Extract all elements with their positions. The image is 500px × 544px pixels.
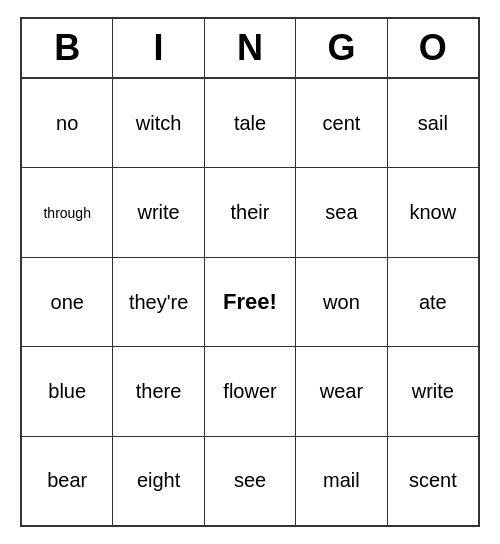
bingo-cell-r2-c1: they're — [113, 258, 204, 346]
bingo-cell-r3-c0: blue — [22, 347, 113, 435]
bingo-cell-r2-c3: won — [296, 258, 387, 346]
bingo-row: throughwritetheirseaknow — [22, 168, 478, 257]
bingo-cell-r4-c3: mail — [296, 437, 387, 525]
bingo-cell-r2-c0: one — [22, 258, 113, 346]
bingo-card: BINGO nowitchtalecentsailthroughwritethe… — [20, 17, 480, 527]
bingo-row: onethey'reFree!wonate — [22, 258, 478, 347]
header-letter: N — [205, 19, 296, 77]
bingo-cell-r1-c4: know — [388, 168, 478, 256]
bingo-cell-r3-c2: flower — [205, 347, 296, 435]
bingo-cell-r0-c3: cent — [296, 79, 387, 167]
bingo-cell-r3-c1: there — [113, 347, 204, 435]
header-letter: G — [296, 19, 387, 77]
bingo-cell-r1-c0: through — [22, 168, 113, 256]
header-letter: I — [113, 19, 204, 77]
bingo-cell-r4-c2: see — [205, 437, 296, 525]
bingo-cell-r0-c1: witch — [113, 79, 204, 167]
bingo-cell-r3-c3: wear — [296, 347, 387, 435]
bingo-header: BINGO — [22, 19, 478, 79]
bingo-cell-r2-c4: ate — [388, 258, 478, 346]
bingo-cell-r2-c2: Free! — [205, 258, 296, 346]
bingo-cell-r3-c4: write — [388, 347, 478, 435]
header-letter: B — [22, 19, 113, 77]
header-letter: O — [388, 19, 478, 77]
bingo-cell-r1-c1: write — [113, 168, 204, 256]
bingo-row: nowitchtalecentsail — [22, 79, 478, 168]
bingo-body: nowitchtalecentsailthroughwritetheirseak… — [22, 79, 478, 525]
bingo-cell-r0-c0: no — [22, 79, 113, 167]
bingo-cell-r0-c4: sail — [388, 79, 478, 167]
bingo-cell-r0-c2: tale — [205, 79, 296, 167]
bingo-cell-r1-c2: their — [205, 168, 296, 256]
bingo-row: bluethereflowerwearwrite — [22, 347, 478, 436]
bingo-cell-r4-c1: eight — [113, 437, 204, 525]
bingo-cell-r4-c0: bear — [22, 437, 113, 525]
bingo-cell-r4-c4: scent — [388, 437, 478, 525]
bingo-cell-r1-c3: sea — [296, 168, 387, 256]
bingo-row: beareightseemailscent — [22, 437, 478, 525]
